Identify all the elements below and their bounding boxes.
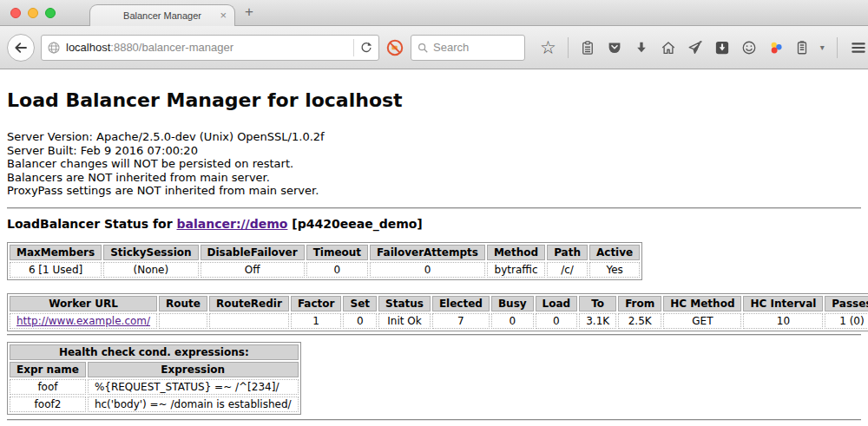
col-route: Route bbox=[159, 296, 207, 311]
send-plane-icon[interactable] bbox=[687, 40, 703, 56]
col-set: Set bbox=[343, 296, 377, 311]
titlebar: Balancer Manager × + bbox=[0, 0, 868, 26]
back-arrow-icon bbox=[13, 40, 29, 56]
search-input[interactable] bbox=[433, 41, 511, 54]
cell-expression: %{REQUEST_STATUS} =~ /^[234]/ bbox=[88, 379, 299, 395]
reload-icon[interactable] bbox=[359, 41, 373, 55]
divider bbox=[7, 334, 861, 336]
col-expression: Expression bbox=[88, 362, 299, 377]
hamburger-menu-icon[interactable] bbox=[849, 39, 868, 56]
page-content: Load Balancer Manager for localhost Serv… bbox=[0, 69, 868, 421]
col-hc-method: HC Method bbox=[663, 296, 741, 311]
server-info: Server Version: Apache/2.5.0-dev (Unix) … bbox=[7, 130, 861, 198]
cell-hc-interval: 10 bbox=[743, 313, 823, 329]
worker-table-row: http://www.example.com/ 1 0 Init Ok 7 0 … bbox=[10, 313, 868, 329]
divider bbox=[7, 207, 861, 209]
col-path: Path bbox=[547, 245, 588, 260]
health-check-table: Health check cond. expressions: Expr nam… bbox=[7, 342, 301, 415]
menu-zone bbox=[837, 37, 868, 58]
divider bbox=[7, 419, 861, 421]
smiley-icon[interactable] bbox=[741, 40, 757, 56]
traffic-lights bbox=[10, 8, 56, 18]
status-heading-prefix: LoadBalancer Status for bbox=[7, 217, 173, 231]
search-bar[interactable] bbox=[411, 35, 525, 61]
status-heading-suffix: [p4420eeae_demo] bbox=[292, 217, 422, 231]
col-maxmembers: MaxMembers bbox=[10, 245, 102, 260]
cell-set: 0 bbox=[343, 313, 377, 329]
urlbar-divider bbox=[353, 39, 354, 56]
col-load: Load bbox=[536, 296, 578, 311]
toolbar-icons: ☆ ▾ bbox=[540, 37, 825, 58]
cell-status: Init Ok bbox=[378, 313, 431, 329]
col-active: Active bbox=[589, 245, 640, 260]
cell-maxmembers: 6 [1 Used] bbox=[10, 262, 102, 278]
cell-timeout: 0 bbox=[306, 262, 368, 278]
search-icon bbox=[417, 42, 429, 54]
clipboard-icon[interactable] bbox=[580, 40, 595, 56]
blocked-plugin-icon[interactable] bbox=[385, 38, 404, 57]
url-text: localhost:8880/balancer-manager bbox=[66, 41, 233, 54]
balancer-table: MaxMembers StickySession DisableFailover… bbox=[7, 242, 642, 280]
cell-load: 0 bbox=[536, 313, 578, 329]
col-elected: Elected bbox=[432, 296, 490, 311]
persist-notice-line: Balancer changes will NOT be persisted o… bbox=[7, 157, 861, 171]
tab-close-icon[interactable]: × bbox=[220, 9, 227, 23]
container-icon[interactable] bbox=[795, 40, 809, 56]
balancer-demo-link[interactable]: balancer://demo bbox=[177, 217, 288, 231]
cell-disablefailover: Off bbox=[201, 262, 305, 278]
navigation-toolbar: localhost:8880/balancer-manager ☆ ▾ bbox=[0, 26, 868, 69]
cell-expr-name: foof bbox=[10, 379, 86, 395]
cell-factor: 1 bbox=[291, 313, 342, 329]
server-version-line: Server Version: Apache/2.5.0-dev (Unix) … bbox=[7, 130, 861, 144]
worker-url-link[interactable]: http://www.example.com/ bbox=[16, 315, 150, 327]
col-worker-url: Worker URL bbox=[10, 296, 157, 311]
col-passes: Passes bbox=[825, 296, 868, 311]
minimize-window-button[interactable] bbox=[28, 8, 38, 18]
col-busy: Busy bbox=[491, 296, 534, 311]
health-table-row: foof %{REQUEST_STATUS} =~ /^[234]/ bbox=[10, 379, 299, 395]
col-routeredir: RouteRedir bbox=[209, 296, 289, 311]
download-box-icon[interactable] bbox=[714, 40, 730, 56]
col-to: To bbox=[579, 296, 616, 311]
back-button[interactable] bbox=[7, 34, 35, 62]
close-window-button[interactable] bbox=[10, 8, 21, 18]
url-bar[interactable]: localhost:8880/balancer-manager bbox=[41, 35, 379, 61]
pocket-icon[interactable] bbox=[607, 40, 622, 56]
worker-table-header-row: Worker URL Route RouteRedir Factor Set S… bbox=[10, 296, 868, 311]
cell-path: /c/ bbox=[547, 262, 588, 278]
col-disablefailover: DisableFailover bbox=[201, 245, 305, 260]
health-table-title-row: Health check cond. expressions: bbox=[10, 344, 299, 360]
cell-stickysession: (None) bbox=[103, 262, 198, 278]
cell-failoverattempts: 0 bbox=[370, 262, 485, 278]
cell-from: 2.5K bbox=[618, 313, 661, 329]
page-title: Load Balancer Manager for localhost bbox=[7, 69, 861, 111]
col-failoverattempts: FailoverAttempts bbox=[370, 245, 485, 260]
colored-dots-icon[interactable] bbox=[768, 40, 784, 56]
health-table-row: foof2 hc('body') =~ /domain is establish… bbox=[10, 397, 299, 412]
downloads-arrow-icon[interactable] bbox=[634, 40, 649, 56]
new-tab-button[interactable]: + bbox=[245, 3, 253, 21]
cell-route bbox=[159, 313, 207, 329]
toolbar-separator bbox=[568, 37, 569, 58]
cell-expr-name: foof2 bbox=[10, 397, 86, 412]
zoom-window-button[interactable] bbox=[45, 8, 56, 18]
cell-hc-method: GET bbox=[663, 313, 741, 329]
cell-passes: 1 (0) bbox=[825, 313, 868, 329]
balancer-table-row: 6 [1 Used] (None) Off 0 0 bytraffic /c/ … bbox=[10, 262, 640, 278]
balancer-table-header-row: MaxMembers StickySession DisableFailover… bbox=[10, 245, 640, 260]
inherit-notice-line: Balancers are NOT inherited from main se… bbox=[7, 171, 861, 185]
col-expr-name: Expr name bbox=[10, 362, 86, 377]
globe-icon bbox=[47, 41, 61, 55]
url-domain: localhost bbox=[66, 41, 110, 54]
cell-routeredir bbox=[209, 313, 289, 329]
chevron-down-icon[interactable]: ▾ bbox=[820, 43, 825, 52]
tab-balancer-manager[interactable]: Balancer Manager × bbox=[89, 4, 235, 26]
bookmark-star-icon[interactable]: ☆ bbox=[540, 39, 556, 56]
home-icon[interactable] bbox=[661, 40, 676, 56]
col-method: Method bbox=[487, 245, 545, 260]
col-status: Status bbox=[378, 296, 431, 311]
url-path: :8880/balancer-manager bbox=[110, 41, 233, 54]
col-factor: Factor bbox=[291, 296, 342, 311]
col-from: From bbox=[618, 296, 661, 311]
col-hc-interval: HC Interval bbox=[743, 296, 823, 311]
